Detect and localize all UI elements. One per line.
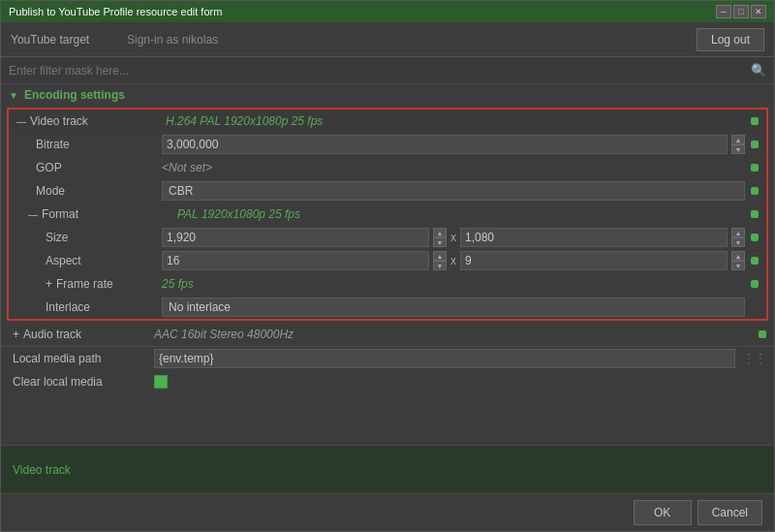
bottom-bar: OK Cancel bbox=[1, 493, 774, 531]
interlace-label: Interlace bbox=[16, 300, 162, 314]
window-title: Publish to YouTube Profile resource edit… bbox=[9, 6, 222, 17]
aspect-height-buttons: ▲ ▼ bbox=[731, 251, 745, 270]
aspect-height-input[interactable] bbox=[460, 251, 728, 270]
aspect-inputs: ▲ ▼ x ▲ ▼ bbox=[162, 251, 745, 270]
video-track-header: — Video track H.264 PAL 1920x1080p 25 fp… bbox=[9, 110, 766, 133]
interlace-select-wrap: No interlace Top field first Bottom fiel… bbox=[162, 297, 745, 317]
filter-input[interactable] bbox=[9, 64, 751, 78]
mode-indicator bbox=[751, 187, 759, 195]
size-inputs: ▲ ▼ x ▲ ▼ bbox=[162, 228, 745, 247]
aspect-width-down[interactable]: ▼ bbox=[433, 261, 447, 270]
aspect-height-down[interactable]: ▼ bbox=[731, 261, 745, 270]
clear-local-media-label: Clear local media bbox=[9, 375, 154, 389]
main-content: ▼ Encoding settings — Video track H.264 … bbox=[1, 84, 774, 445]
format-indicator bbox=[751, 210, 759, 218]
close-button[interactable]: ✕ bbox=[751, 5, 766, 18]
bitrate-indicator bbox=[751, 141, 759, 148]
video-track-label: Video track bbox=[30, 114, 166, 128]
audio-track-indicator bbox=[759, 330, 766, 338]
aspect-x-label: x bbox=[450, 254, 456, 267]
size-width-input[interactable] bbox=[162, 228, 429, 247]
size-height-down[interactable]: ▼ bbox=[731, 237, 745, 247]
bitrate-label: Bitrate bbox=[16, 138, 162, 151]
format-header: — Format PAL 1920x1080p 25 fps bbox=[9, 203, 766, 226]
mode-select-wrap: CBR VBR CQ bbox=[162, 181, 745, 201]
local-media-path-wrap: ⋮⋮ bbox=[154, 349, 766, 368]
framerate-indicator bbox=[751, 280, 759, 288]
local-media-path-label: Local media path bbox=[9, 352, 154, 365]
title-bar-buttons: ─ □ ✕ bbox=[716, 5, 766, 18]
encoding-toggle[interactable]: ▼ bbox=[9, 90, 18, 101]
interlace-row: Interlace No interlace Top field first B… bbox=[9, 296, 766, 319]
main-window: Publish to YouTube Profile resource edit… bbox=[0, 0, 775, 532]
gop-value: <Not set> bbox=[162, 161, 745, 174]
size-height-input[interactable] bbox=[460, 228, 728, 247]
audio-track-value: AAC 16bit Stereo 48000Hz bbox=[154, 328, 753, 341]
maximize-button[interactable]: □ bbox=[733, 5, 749, 18]
aspect-width-input[interactable] bbox=[162, 251, 429, 270]
size-width-buttons: ▲ ▼ bbox=[433, 228, 447, 247]
footer-video-track-label: Video track bbox=[13, 463, 71, 477]
aspect-row: Aspect ▲ ▼ x ▲ ▼ bbox=[9, 249, 766, 272]
format-value: PAL 1920x1080p 25 fps bbox=[177, 207, 745, 221]
bitrate-row: Bitrate ▲ ▼ bbox=[9, 133, 766, 156]
aspect-label: Aspect bbox=[16, 254, 162, 267]
size-row: Size ▲ ▼ x ▲ ▼ bbox=[9, 226, 766, 249]
mode-select[interactable]: CBR VBR CQ bbox=[162, 181, 745, 201]
size-indicator bbox=[751, 234, 759, 241]
toolbar-row: YouTube target Sign-in as nikolas Log ou… bbox=[1, 22, 774, 57]
aspect-width-up[interactable]: ▲ bbox=[433, 251, 447, 261]
mode-label: Mode bbox=[16, 184, 162, 198]
size-width-down[interactable]: ▼ bbox=[433, 237, 447, 247]
gop-label: GOP bbox=[16, 161, 162, 174]
size-label: Size bbox=[16, 231, 162, 244]
minimize-button[interactable]: ─ bbox=[716, 5, 731, 18]
aspect-indicator bbox=[751, 257, 759, 265]
aspect-height-up[interactable]: ▲ bbox=[731, 251, 745, 261]
signin-text: Sign-in as nikolas bbox=[127, 33, 687, 47]
aspect-width-buttons: ▲ ▼ bbox=[433, 251, 447, 270]
framerate-toggle[interactable]: + bbox=[46, 277, 52, 291]
video-track-value: H.264 PAL 1920x1080p 25 fps bbox=[166, 114, 745, 128]
bitrate-spinner-buttons: ▲ ▼ bbox=[731, 135, 745, 154]
local-media-path-input[interactable] bbox=[154, 349, 735, 368]
encoding-settings-header: ▼ Encoding settings bbox=[1, 84, 774, 106]
bitrate-up-button[interactable]: ▲ bbox=[731, 135, 745, 144]
audio-track-toggle[interactable]: + bbox=[13, 328, 19, 341]
format-label: Format bbox=[42, 207, 177, 221]
size-x-label: x bbox=[450, 231, 456, 244]
size-height-up[interactable]: ▲ bbox=[731, 228, 745, 237]
video-track-toggle[interactable]: — bbox=[16, 116, 26, 127]
size-height-spinner: ▲ ▼ bbox=[460, 228, 745, 247]
title-bar: Publish to YouTube Profile resource edit… bbox=[1, 1, 774, 22]
size-width-up[interactable]: ▲ bbox=[433, 228, 447, 237]
interlace-select[interactable]: No interlace Top field first Bottom fiel… bbox=[162, 297, 745, 317]
size-width-spinner: ▲ ▼ bbox=[162, 228, 447, 247]
grid-icon[interactable]: ⋮⋮ bbox=[743, 352, 766, 365]
bitrate-down-button[interactable]: ▼ bbox=[731, 144, 745, 154]
framerate-row: + Frame rate 25 fps bbox=[9, 272, 766, 296]
bitrate-input[interactable] bbox=[162, 135, 728, 154]
encoding-label: Encoding settings bbox=[24, 88, 125, 102]
bitrate-spinner: ▲ ▼ bbox=[162, 135, 745, 154]
yt-target-label: YouTube target bbox=[11, 33, 117, 47]
ok-button[interactable]: OK bbox=[634, 500, 692, 525]
size-height-buttons: ▲ ▼ bbox=[731, 228, 745, 247]
clear-local-media-checkbox[interactable] bbox=[154, 375, 168, 389]
search-icon: 🔍 bbox=[751, 63, 766, 78]
audio-track-row: + Audio track AAC 16bit Stereo 48000Hz bbox=[1, 323, 774, 346]
cancel-button[interactable]: Cancel bbox=[698, 500, 762, 525]
local-media-path-row: Local media path ⋮⋮ bbox=[1, 347, 774, 370]
framerate-value: 25 fps bbox=[162, 277, 745, 291]
video-track-footer: Video track bbox=[1, 445, 774, 493]
logout-button[interactable]: Log out bbox=[697, 28, 764, 51]
audio-track-label-wrap: + Audio track bbox=[9, 328, 154, 341]
format-toggle[interactable]: — bbox=[16, 209, 38, 220]
aspect-height-spinner: ▲ ▼ bbox=[460, 251, 745, 270]
video-track-section: — Video track H.264 PAL 1920x1080p 25 fp… bbox=[7, 108, 768, 321]
aspect-width-spinner: ▲ ▼ bbox=[162, 251, 447, 270]
clear-local-media-row: Clear local media bbox=[1, 370, 774, 393]
gop-indicator bbox=[751, 164, 759, 172]
framerate-label: + Frame rate bbox=[16, 277, 162, 291]
mode-row: Mode CBR VBR CQ bbox=[9, 179, 766, 203]
